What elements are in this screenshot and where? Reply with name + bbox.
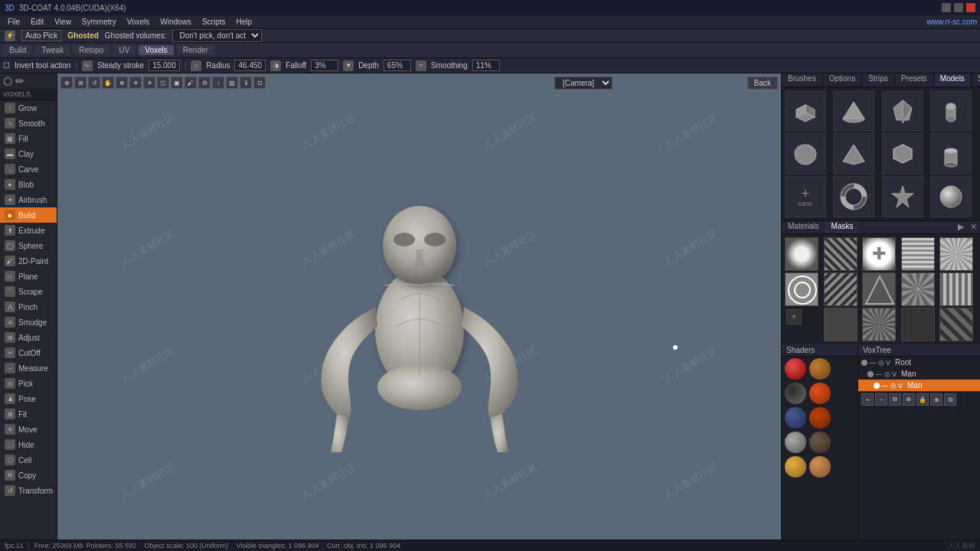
mask-new-btn[interactable]: + [786, 309, 802, 324]
invert-checkbox[interactable]: ☐ [3, 61, 10, 70]
steady-value[interactable]: 15.000 [149, 60, 180, 71]
shader-4[interactable] [782, 430, 858, 455]
menu-view[interactable]: View [50, 17, 76, 27]
tab-presets[interactable]: Presets [895, 73, 934, 86]
tool-adjust[interactable]: ⊞ Adjust [0, 330, 57, 345]
model-cylinder[interactable] [930, 133, 972, 174]
close-button[interactable] [966, 3, 975, 12]
model-torus[interactable] [833, 176, 874, 217]
falloff-value[interactable]: 3% [311, 60, 338, 71]
mask-3[interactable]: ✚ [862, 237, 896, 271]
model-blob[interactable] [785, 133, 826, 174]
mask-5[interactable] [939, 237, 973, 271]
mode-tab-build[interactable]: Build [3, 45, 32, 55]
mode-tab-voxels[interactable]: Voxels [139, 45, 173, 55]
tab-masks[interactable]: Masks [825, 221, 860, 233]
menu-voxels[interactable]: Voxels [122, 17, 154, 27]
tab-strips[interactable]: Strips [862, 73, 895, 86]
mode-tab-render[interactable]: Render [177, 45, 214, 55]
tool-transform[interactable]: ↺ Transform [0, 483, 57, 498]
menu-file[interactable]: File [3, 17, 24, 27]
tool-2dpaint[interactable]: 🖌 2D-Paint [0, 253, 57, 269]
smoothing-value[interactable]: 11% [472, 60, 500, 71]
depth-value[interactable]: 65% [384, 60, 411, 71]
tool-scrape[interactable]: ⌒ Scrape [0, 284, 57, 299]
back-button[interactable]: Back [747, 77, 778, 90]
toolbar-icon-2[interactable]: ✏ [15, 75, 24, 87]
depth-icon[interactable]: ▼ [343, 60, 354, 71]
tool-extrude[interactable]: ⬆ Extrude [0, 223, 57, 238]
pan-icon[interactable]: ✋ [102, 77, 114, 89]
camera-dropdown[interactable]: [Camera] Front Top Right [554, 77, 612, 90]
select-icon[interactable]: ▧ [226, 77, 238, 89]
measure-vp-icon[interactable]: ↕ [212, 77, 224, 89]
voxtree-add-icon[interactable]: + [861, 393, 874, 406]
tool-pinch[interactable]: ⋀ Pinch [0, 299, 57, 315]
settings-icon[interactable]: ⚙ [198, 77, 211, 89]
mask-10[interactable] [939, 272, 973, 306]
menu-scripts[interactable]: Scripts [198, 17, 230, 27]
auto-pick-icon[interactable]: ⚡ [5, 31, 15, 41]
voxtree-man1[interactable]: — ◎ V Man [858, 368, 980, 380]
tool-cutoff[interactable]: ✂ CutOff [0, 345, 57, 360]
menu-help[interactable]: Help [231, 17, 256, 27]
tool-fill[interactable]: ▦ Fill [0, 131, 57, 146]
voxtree-man2[interactable]: — ◎ V Man [858, 380, 980, 391]
shader-1[interactable] [782, 357, 858, 381]
model-hex[interactable] [882, 133, 923, 174]
viewport[interactable]: 人人素材社区 人人素材社区 人人素材社区 人人素材社区 人人素材社区 人人素材社… [57, 73, 781, 540]
tab-splines[interactable]: Splines [972, 73, 980, 86]
mode-tab-retopo[interactable]: Retopo [73, 45, 109, 55]
mask-6[interactable] [785, 272, 818, 306]
mode-tab-tweak[interactable]: Tweak [35, 45, 70, 55]
mask-7[interactable] [824, 272, 858, 306]
rotate-icon[interactable]: ↺ [88, 77, 100, 89]
menu-edit[interactable]: Edit [26, 17, 48, 27]
tool-airbrush[interactable]: ✦ Airbrush [0, 192, 57, 207]
tab-materials[interactable]: Materials [782, 221, 825, 233]
mask-11[interactable] [824, 308, 858, 341]
tab-brushes[interactable]: Brushes [782, 73, 823, 86]
model-new[interactable]: + NEW [785, 176, 826, 217]
model-capsule[interactable] [930, 90, 972, 132]
tool-move[interactable]: ✛ Move [0, 422, 57, 437]
grid-icon[interactable]: ⊞ [74, 77, 87, 89]
window-controls[interactable] [942, 3, 975, 12]
toolbar-icon-1[interactable]: ⬡ [3, 75, 12, 87]
radius-icon[interactable]: ○ [191, 60, 201, 71]
tool-measure[interactable]: ↔ Measure [0, 360, 57, 376]
tab-models[interactable]: Models [934, 73, 972, 86]
mask-13[interactable] [901, 308, 935, 341]
voxtree-eye-icon[interactable]: 👁 [903, 393, 915, 406]
tool-fit[interactable]: ⊞ Fit [0, 406, 57, 422]
mask-9[interactable] [901, 272, 935, 306]
steady-icon[interactable]: ∿ [82, 60, 93, 71]
auto-pick-label[interactable]: Auto Pick [21, 30, 61, 41]
model-cube[interactable] [785, 90, 826, 132]
mask-2[interactable] [824, 237, 858, 271]
mat-arrow-right[interactable]: ▶ [955, 221, 967, 233]
snap-icon[interactable]: ⊕ [60, 77, 73, 89]
falloff-icon[interactable]: ◑ [270, 60, 281, 71]
zoom-icon[interactable]: ⊕ [116, 77, 128, 89]
model-sphere[interactable] [930, 176, 972, 217]
paint-icon[interactable]: 🖌 [185, 77, 197, 89]
voxtree-settings-icon[interactable]: ⚙ [944, 393, 956, 406]
tool-grow[interactable]: ↑ Grow [0, 100, 57, 116]
ghosted-volumes-dropdown[interactable]: Don't pick, don't act Pick and act Pick … [172, 29, 262, 42]
tool-build[interactable]: ■ Build [0, 207, 57, 223]
maximize-button[interactable] [954, 3, 963, 12]
wireframe-icon[interactable]: ◫ [157, 77, 169, 89]
model-cone[interactable] [833, 90, 874, 132]
voxtree-root[interactable]: — ◎ V Root [858, 357, 980, 368]
tool-smudge[interactable]: ≋ Smudge [0, 315, 57, 330]
tool-smooth[interactable]: ∿ Smooth [0, 116, 57, 131]
mask-1[interactable] [785, 237, 818, 271]
shader-3[interactable] [782, 406, 858, 430]
mat-close[interactable]: ✕ [967, 221, 980, 233]
mask-4[interactable] [901, 237, 935, 271]
tool-hide[interactable]: ◌ Hide [0, 437, 57, 452]
tool-cell[interactable]: ⬡ Cell [0, 452, 57, 468]
menu-symmetry[interactable]: Symmetry [77, 17, 121, 27]
shader-5[interactable] [782, 455, 858, 479]
